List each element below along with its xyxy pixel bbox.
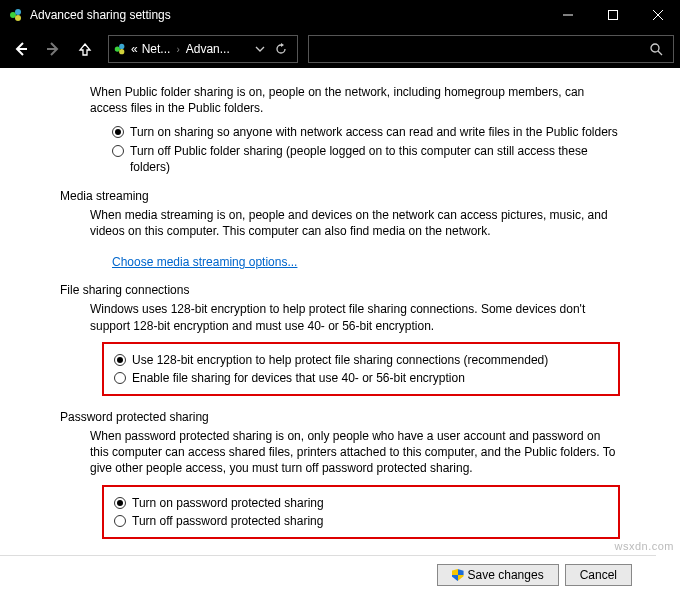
svg-point-11 <box>119 49 124 54</box>
search-box[interactable] <box>308 35 674 63</box>
up-button[interactable] <box>70 34 100 64</box>
password-sharing-highlight: Turn on password protected sharing Turn … <box>102 485 620 539</box>
minimize-button[interactable] <box>545 0 590 30</box>
radio-icon <box>114 497 126 509</box>
password-sharing-title: Password protected sharing <box>60 410 650 424</box>
radio-public-on[interactable]: Turn on sharing so anyone with network a… <box>112 124 620 140</box>
refresh-icon[interactable] <box>275 43 287 55</box>
radio-label: Enable file sharing for devices that use… <box>132 370 465 386</box>
save-changes-button[interactable]: Save changes <box>437 564 559 586</box>
media-streaming-title: Media streaming <box>60 189 650 203</box>
radio-label: Turn off Public folder sharing (people l… <box>130 143 620 175</box>
radio-encrypt-4056[interactable]: Enable file sharing for devices that use… <box>114 370 608 386</box>
window-title: Advanced sharing settings <box>30 8 545 22</box>
close-button[interactable] <box>635 0 680 30</box>
svg-point-1 <box>15 9 21 15</box>
radio-label: Use 128-bit encryption to help protect f… <box>132 352 548 368</box>
svg-point-12 <box>651 44 659 52</box>
radio-label: Turn on sharing so anyone with network a… <box>130 124 618 140</box>
radio-icon <box>114 515 126 527</box>
radio-icon <box>114 372 126 384</box>
control-panel-icon <box>113 42 127 56</box>
public-folder-options: Turn on sharing so anyone with network a… <box>112 124 620 175</box>
svg-point-2 <box>15 15 21 21</box>
public-folder-desc: When Public folder sharing is on, people… <box>90 84 620 116</box>
uac-shield-icon <box>452 569 464 581</box>
forward-button[interactable] <box>38 34 68 64</box>
content-pane: When Public folder sharing is on, people… <box>0 68 680 548</box>
svg-line-13 <box>658 51 662 55</box>
radio-encrypt-128[interactable]: Use 128-bit encryption to help protect f… <box>114 352 608 368</box>
radio-icon <box>114 354 126 366</box>
radio-password-off[interactable]: Turn off password protected sharing <box>114 513 608 529</box>
control-panel-icon <box>8 7 24 23</box>
radio-public-off[interactable]: Turn off Public folder sharing (people l… <box>112 143 620 175</box>
file-sharing-title: File sharing connections <box>60 283 650 297</box>
chevron-right-icon: › <box>176 44 179 55</box>
svg-point-10 <box>119 44 124 49</box>
chevron-down-icon[interactable] <box>255 44 265 54</box>
radio-icon <box>112 126 124 138</box>
maximize-button[interactable] <box>590 0 635 30</box>
breadcrumb-prefix: « <box>131 42 138 56</box>
svg-rect-4 <box>608 11 617 20</box>
radio-password-on[interactable]: Turn on password protected sharing <box>114 495 608 511</box>
address-bar[interactable]: « Net... › Advan... <box>108 35 298 63</box>
radio-icon <box>112 145 124 157</box>
media-options-link[interactable]: Choose media streaming options... <box>112 255 297 269</box>
media-streaming-desc: When media streaming is on, people and d… <box>90 207 620 239</box>
nav-bar: « Net... › Advan... <box>0 30 680 68</box>
title-bar: Advanced sharing settings <box>0 0 680 30</box>
radio-label: Turn on password protected sharing <box>132 495 324 511</box>
password-sharing-desc: When password protected sharing is on, o… <box>90 428 620 477</box>
svg-point-0 <box>10 12 16 18</box>
breadcrumb-advanced[interactable]: Advan... <box>186 42 230 56</box>
button-label: Save changes <box>468 568 544 582</box>
watermark-text: wsxdn.com <box>614 540 674 552</box>
breadcrumb-network[interactable]: Net... <box>142 42 171 56</box>
file-sharing-desc: Windows uses 128-bit encryption to help … <box>90 301 620 333</box>
svg-point-9 <box>115 46 120 51</box>
file-sharing-highlight: Use 128-bit encryption to help protect f… <box>102 342 620 396</box>
search-icon <box>650 43 663 56</box>
back-button[interactable] <box>6 34 36 64</box>
button-label: Cancel <box>580 568 617 582</box>
radio-label: Turn off password protected sharing <box>132 513 323 529</box>
footer-bar: Save changes Cancel <box>0 555 656 586</box>
cancel-button[interactable]: Cancel <box>565 564 632 586</box>
